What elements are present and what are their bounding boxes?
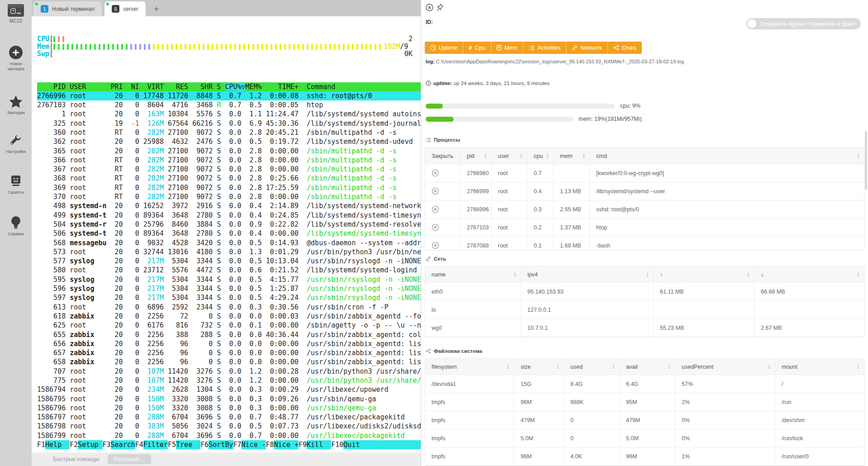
new-tab-button[interactable]: +	[154, 5, 159, 14]
process-row[interactable]: 618 zabbix 20 0 2256 72 0 S 0.0 0.0 0:00…	[37, 312, 421, 321]
activities-button[interactable]: Activities	[523, 42, 566, 54]
process-row[interactable]: 506 systemd-t 20 0 89364 3648 2780 S 0.0…	[37, 229, 421, 238]
network-button[interactable]: Network	[566, 42, 607, 54]
process-row[interactable]: 596 syslog 20 0 217M 5304 3344 S 0.0 0.5…	[37, 284, 421, 293]
process-row[interactable]: 656 zabbix 20 0 2256 96 0 S 0.0 0.0 0:00…	[37, 339, 421, 348]
fkey-f7[interactable]: F7	[233, 440, 242, 449]
fkey-label[interactable]: SortBy	[209, 440, 233, 449]
fkey-f5[interactable]: F5	[168, 440, 176, 449]
column-header-user[interactable]: user▲▼	[492, 148, 527, 164]
process-row[interactable]: 370 root RT 0 282M 27100 9072 S 0.0 2.8 …	[37, 192, 421, 201]
tab-server[interactable]: 5 server	[104, 1, 145, 16]
process-row[interactable]: 2767103 root 20 0 8604 4716 3468 R 0.7 0…	[37, 100, 421, 109]
fkey-f2[interactable]: F2	[70, 440, 78, 449]
process-row[interactable]: 595 syslog 20 0 217M 5304 3344 S 0.0 0.5…	[37, 275, 421, 284]
fkey-label[interactable]: Kill	[307, 440, 331, 449]
process-row[interactable]: 362 root 20 0 25988 4632 2476 S 0.0 0.5 …	[37, 137, 421, 146]
process-row[interactable]: 658 zabbix 20 0 2256 96 0 S 0.0 0.0 0:00…	[37, 357, 421, 366]
column-header-mount[interactable]: mount▲▼	[775, 359, 864, 375]
fkey-f8[interactable]: F8	[266, 440, 274, 449]
process-row[interactable]: 360 root RT 0 282M 27100 9072 S 0.0 2.8 …	[37, 128, 421, 137]
fkey-label[interactable]: Tree	[176, 440, 200, 449]
sort-arrows[interactable]: ▲▼	[668, 364, 671, 370]
process-row[interactable]: 568 messagebu 20 0 9032 4528 3420 S 0.0 …	[37, 238, 421, 247]
column-header--[interactable]: ↑▲▼	[654, 266, 754, 282]
process-row[interactable]: 2766996 root 20 0 17748 11720 8848 S 0.7…	[37, 91, 421, 100]
sidebar-item-help[interactable]: Справка	[0, 215, 32, 237]
column-header-cmd[interactable]: cmd▲▼	[590, 148, 864, 164]
column-header-size[interactable]: size▲▼	[514, 359, 564, 375]
process-row[interactable]: 499 systemd-t 20 0 89364 3648 2780 S 0.0…	[37, 211, 421, 220]
sort-arrows[interactable]: ▲▼	[582, 153, 585, 159]
column-header-ipv4[interactable]: ipv4▲▼	[521, 266, 654, 282]
process-row[interactable]: 1586799 root 20 0 288M 6704 3696 S 0.0 0…	[37, 431, 421, 440]
column-header-cpu[interactable]: cpu▲▼	[527, 148, 554, 164]
process-row[interactable]: 325 root 19 -1 126M 67564 66216 S 0.0 6.…	[37, 119, 421, 128]
process-row[interactable]: 625 root 20 0 6176 816 732 S 0.0 0.1 0:0…	[37, 321, 421, 330]
sort-arrows[interactable]: ▲▼	[556, 364, 560, 370]
fkey-f3[interactable]: F3	[103, 440, 111, 449]
process-row[interactable]: 1586794 root 20 0 234M 2628 1304 S 0.0 0…	[37, 385, 421, 394]
app-logo[interactable]: MC22	[7, 4, 24, 24]
fkey-label[interactable]: Filter	[143, 440, 168, 449]
kill-process-button[interactable]	[425, 219, 460, 236]
process-row[interactable]: 1 root 20 0 163M 10304 5576 S 0.0 1.1 11…	[37, 109, 421, 119]
process-row[interactable]: 577 syslog 20 0 217M 5304 3344 S 0.0 0.5…	[37, 257, 421, 266]
process-row[interactable]: 1586795 root 20 0 150M 3320 3008 S 0.0 0…	[37, 395, 421, 404]
process-row[interactable]: 504 systemd-r 20 0 25796 8460 3884 S 0.0…	[37, 220, 421, 229]
fkey-label[interactable]: Nice +	[274, 440, 299, 449]
column-header-usedpercent[interactable]: usedPercent▲▼	[675, 359, 775, 375]
column-header-pid[interactable]: pid▲▼	[460, 148, 492, 164]
sort-arrows[interactable]: ▲▼	[646, 272, 649, 277]
process-row[interactable]: 365 root 20 0 282M 27100 9072 S 0.0 2.8 …	[37, 147, 421, 156]
column-header-filesystem[interactable]: filesystem▲▼	[425, 359, 514, 375]
process-row[interactable]: 1586797 root 20 0 288M 6704 3696 S 0.0 0…	[37, 413, 421, 422]
panel-scrollbar[interactable]	[865, 131, 867, 190]
sort-arrows[interactable]: ▲▼	[484, 153, 487, 159]
process-row[interactable]: 597 syslog 20 0 217M 5304 3344 S 0.0 0.5…	[37, 293, 421, 302]
kill-process-button[interactable]	[425, 237, 460, 251]
close-panel-icon[interactable]	[426, 4, 433, 11]
process-row[interactable]: 498 systemd-n 20 0 16252 3972 2916 S 0.0…	[37, 201, 421, 210]
sort-arrows[interactable]: ▲▼	[507, 364, 510, 370]
terminal-htop-view[interactable]: CPU[2Mem[192M/9Swp[0K PID USER PRI NI VI…	[37, 35, 421, 452]
process-row[interactable]: 366 root RT 0 282M 27100 9072 S 0.0 2.8 …	[37, 156, 421, 165]
sort-arrows[interactable]: ▲▼	[747, 272, 750, 277]
sidebar-item-bookmarks[interactable]: Закладки	[0, 95, 32, 115]
cpu-button[interactable]: # Cpu	[463, 42, 491, 54]
process-row[interactable]: 1586798 root 20 0 383M 5056 3024 S 0.0 0…	[37, 422, 421, 431]
fkey-label[interactable]: Setup	[78, 440, 102, 449]
save-terminal-log-toggle[interactable]: Сохранить журнал терминала в файл	[746, 18, 861, 29]
column-header-name[interactable]: name▲▼	[425, 266, 521, 282]
sidebar-item-scripts[interactable]: Скрипты	[0, 174, 32, 195]
process-row[interactable]: 613 root 20 0 6896 2592 2344 S 0.0 0.3 0…	[37, 303, 421, 312]
sort-column-header[interactable]: CPU%▽	[225, 83, 245, 91]
sort-arrows[interactable]: ▲▼	[546, 153, 549, 159]
process-row[interactable]: 657 zabbix 20 0 2256 96 0 S 0.0 0.0 0:00…	[37, 348, 421, 357]
sidebar-item-new-bookmark[interactable]: Новаязакладка	[0, 45, 32, 71]
sort-arrows[interactable]: ▲▼	[857, 272, 860, 277]
sort-arrows[interactable]: ▲▼	[768, 364, 771, 370]
pin-panel-icon[interactable]	[436, 4, 444, 11]
fkey-label[interactable]: Quit	[343, 440, 368, 449]
column-header-mem[interactable]: mem▲▼	[554, 148, 590, 164]
sidebar-item-settings[interactable]: Настройки	[0, 134, 32, 154]
process-row[interactable]: 655 zabbix 20 0 2256 388 288 S 0.0 0.0 4…	[37, 330, 421, 339]
kill-process-button[interactable]	[425, 164, 460, 182]
fkey-f6[interactable]: F6	[200, 440, 209, 449]
fkey-f10[interactable]: F10	[331, 440, 343, 449]
sort-arrows[interactable]: ▲▼	[857, 364, 860, 370]
process-row[interactable]: 368 root RT 0 282M 27100 9072 S 0.0 2.8 …	[37, 174, 421, 183]
column-header--[interactable]: ↓▲▼	[754, 266, 864, 282]
disks-button[interactable]: Disks	[607, 42, 642, 54]
fkey-label[interactable]: Nice -	[242, 440, 266, 449]
process-row[interactable]: 369 root RT 0 282M 27100 9072 S 0.0 2.8 …	[37, 183, 421, 192]
column-header-avail[interactable]: avail▲▼	[620, 359, 675, 375]
mem-button[interactable]: Mem	[491, 42, 523, 54]
uptime-button[interactable]: Uptime	[425, 42, 463, 54]
tab-new-terminal[interactable]: 1 Новый терминал	[33, 1, 102, 16]
fkey-f9[interactable]: F9	[299, 440, 307, 449]
sort-arrows[interactable]: ▲▼	[612, 364, 615, 370]
fkey-label[interactable]: Help	[45, 440, 70, 449]
sort-arrows[interactable]: ▲▼	[857, 153, 860, 159]
